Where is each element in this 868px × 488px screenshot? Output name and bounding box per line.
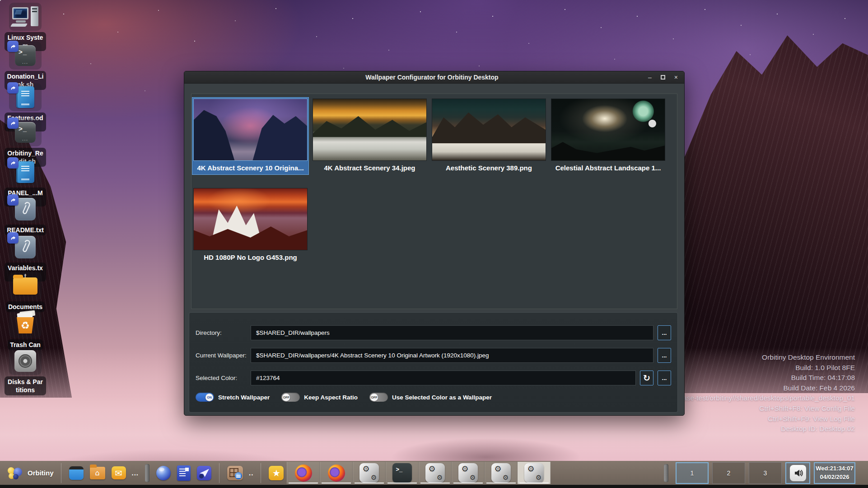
close-button[interactable]: × <box>674 74 678 80</box>
toggle-track: OFF <box>369 393 388 402</box>
clock-date: 04/02/2026 <box>820 473 849 482</box>
wallpaper-thumbnail <box>313 99 427 161</box>
selected-color-label: Selected Color: <box>196 375 251 381</box>
maximize-button[interactable] <box>661 75 665 80</box>
toggle-knob: OFF <box>370 394 378 401</box>
taskbar-app-firefox[interactable] <box>287 462 320 484</box>
stretch-wallpaper-toggle[interactable]: ON Stretch Wallpaper <box>196 393 270 402</box>
info-line: Ctrl+Shift+F8: View Config File <box>683 404 855 414</box>
desktop-icon-readme[interactable]: README.txt <box>4 195 47 235</box>
taskbar-right-group: 1 2 3 Wed:21:34:07 04/02/2026 <box>660 462 863 484</box>
wallpaper-item[interactable]: Celestial Abstract Landscape 1... <box>550 98 666 174</box>
computer-icon <box>12 6 38 27</box>
start-menu-button[interactable]: Orbitiny <box>5 466 56 480</box>
shortcut-arrow-icon <box>7 41 19 52</box>
clock-time: Wed:21:34:07 <box>816 465 854 473</box>
mail-icon[interactable]: ✉ <box>112 466 126 479</box>
disk-icon <box>14 350 36 372</box>
selected-color-row: Selected Color: #123764 ↻ ... <box>196 370 671 385</box>
trash-icon: ♻ <box>15 314 35 334</box>
taskbar-app-settings-3[interactable]: ⚙⚙ <box>452 462 485 484</box>
desktop-info-text: Orbitiny Desktop Environment Build: 1.0 … <box>683 352 855 434</box>
taskbar-app-settings-4[interactable]: ⚙⚙ <box>485 462 518 484</box>
toggle-label: Keep Aspect Ratio <box>304 394 358 401</box>
wallpaper-item[interactable]: 4K Abstract Scenery 34.jpeg <box>312 98 428 174</box>
taskbar-app-firefox-2[interactable] <box>320 462 353 484</box>
taskbar-overflow-button-2[interactable]: .. <box>249 469 253 477</box>
wallpaper-item-label: 4K Abstract Scenery 10 Origina... <box>193 164 308 173</box>
wallpaper-item-label: Celestial Abstract Landscape 1... <box>551 164 665 173</box>
use-selected-color-toggle[interactable]: OFF Use Selected Color as a Wallpaper <box>369 393 492 402</box>
workspace-button-3[interactable]: 3 <box>749 462 782 484</box>
icon-tile: ♻ <box>9 310 42 338</box>
toggle-row: ON Stretch Wallpaper OFF Keep Aspect Rat… <box>196 393 671 402</box>
taskbar-separator <box>219 463 219 483</box>
wallpaper-item-selected[interactable]: 4K Abstract Scenery 10 Origina... <box>192 98 308 174</box>
gears-icon: ⚙⚙ <box>491 463 511 483</box>
gears-icon: ⚙⚙ <box>524 463 544 483</box>
wallpaper-thumbnail <box>432 99 546 161</box>
speaker-icon <box>790 465 806 481</box>
workspace-button-1[interactable]: 1 <box>676 462 709 484</box>
current-wallpaper-label: Current Wallpaper: <box>196 352 251 359</box>
taskbar-bottom-strip <box>0 485 868 488</box>
icon-tile <box>9 347 42 375</box>
desktop-pager-icon[interactable] <box>69 466 84 480</box>
icon-tile: >_... <box>9 118 42 146</box>
wallpaper-item[interactable]: Aesthetic Scenery 389.png <box>431 98 547 174</box>
app-grid-icon[interactable] <box>227 466 243 480</box>
taskbar-app-settings-2[interactable]: ⚙⚙ <box>419 462 452 484</box>
current-wallpaper-browse-button[interactable]: ... <box>658 348 671 363</box>
taskbar-app-settings[interactable]: ⚙⚙ <box>353 462 386 484</box>
home-icon: ⌂ <box>95 469 99 477</box>
start-menu-label: Orbitiny <box>28 469 54 477</box>
desktop-icon-disks-partitions[interactable]: Disks & Partitions <box>4 347 47 395</box>
keep-aspect-ratio-toggle[interactable]: OFF Keep Aspect Ratio <box>281 393 358 402</box>
window-titlebar[interactable]: Wallpaper Configurator for Orbitiny Desk… <box>184 71 684 84</box>
taskbar-app-terminal[interactable]: >_ <box>386 462 419 484</box>
web-browser-icon[interactable] <box>156 466 171 480</box>
orbitiny-logo-icon <box>7 466 23 480</box>
desktop-icon-trash-can[interactable]: ♻ Trash Can <box>4 310 47 350</box>
selected-color-browse-button[interactable]: ... <box>658 371 671 385</box>
wallpaper-settings-panel: Directory: $SHARED_DIR/wallpapers ... Cu… <box>189 312 678 413</box>
workspace-button-2[interactable]: 2 <box>712 462 745 484</box>
word-processor-icon[interactable] <box>177 465 191 481</box>
taskbar-separator <box>261 463 261 483</box>
toggle-label: Use Selected Color as a Wallpaper <box>392 394 492 401</box>
clock-widget[interactable]: Wed:21:34:07 04/02/2026 <box>814 462 855 484</box>
volume-button[interactable] <box>785 462 810 484</box>
icon-tile <box>9 195 42 223</box>
terminal-icon: >_ <box>392 463 412 483</box>
refresh-color-button[interactable]: ↻ <box>640 371 653 385</box>
wallpaper-item[interactable]: HD 1080P No Logo G453.png <box>192 187 308 264</box>
selected-color-input[interactable]: #123764 <box>251 371 636 385</box>
firefox-icon <box>295 465 312 482</box>
envelope-icon: ✉ <box>115 468 122 478</box>
shortcut-arrow-icon <box>7 117 19 129</box>
taskbar-app-wallpaper-configurator-active[interactable]: ⚙⚙ <box>518 462 551 484</box>
directory-browse-button[interactable]: ... <box>658 325 671 340</box>
star-icon: ★ <box>272 468 280 479</box>
minimize-button[interactable]: – <box>648 74 652 80</box>
taskbar-slider-handle-2[interactable] <box>664 464 668 482</box>
taskbar-separator <box>61 463 61 483</box>
window-title: Wallpaper Configurator for Orbitiny Desk… <box>184 74 641 81</box>
info-line: Desktop ID: Desktop.02 <box>683 424 855 434</box>
share-app-icon[interactable] <box>197 466 211 480</box>
wallpaper-thumbnail <box>193 188 308 250</box>
toggle-track: ON <box>196 393 214 402</box>
wallpaper-thumbnail <box>551 99 665 161</box>
info-line: Build: 1.0 Pilot 8FE <box>683 363 855 373</box>
file-manager-icon[interactable]: ⌂ <box>90 467 105 479</box>
firefox-icon <box>328 465 345 482</box>
desktop-icon-documents[interactable]: Documents <box>4 272 47 312</box>
taskbar-slider-handle[interactable] <box>145 464 149 482</box>
current-wallpaper-input[interactable]: $SHARED_DIR/wallpapers/4K Abstract Scene… <box>251 348 653 363</box>
document-icon <box>16 86 34 108</box>
window-controls: – × <box>641 74 684 80</box>
taskbar-overflow-button[interactable]: ... <box>132 469 139 477</box>
favorites-icon[interactable]: ★ <box>269 466 284 480</box>
directory-input[interactable]: $SHARED_DIR/wallpapers <box>251 325 653 340</box>
icon-tile <box>9 83 42 111</box>
